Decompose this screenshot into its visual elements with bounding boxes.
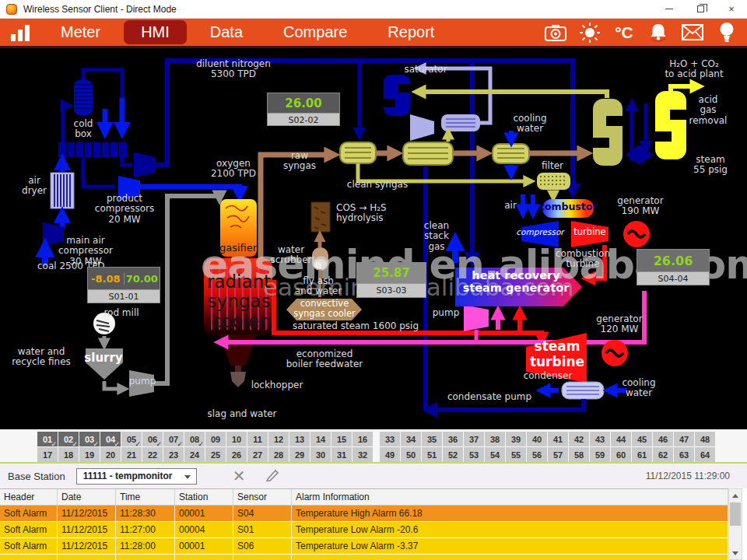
station-cell-40[interactable]: 40 — [527, 432, 547, 446]
alarm-row[interactable]: Soft Alarm11/12/201511:28:0000001S06Temp… — [0, 538, 728, 555]
station-cell-35[interactable]: 35 — [422, 432, 442, 446]
column-header-alarm-information[interactable]: Alarm Information — [292, 489, 728, 505]
edit-pencil-icon[interactable] — [265, 467, 281, 485]
station-cell-29[interactable]: 29 — [289, 447, 310, 462]
station-cell-54[interactable]: 54 — [485, 447, 505, 462]
station-cell-08[interactable]: 08✓ — [184, 432, 205, 446]
station-cell-57[interactable]: 57 — [548, 447, 568, 462]
station-cell-25[interactable]: 25 — [205, 447, 226, 462]
station-cell-44[interactable]: 44 — [611, 432, 631, 446]
station-cell-32[interactable]: 32 — [352, 447, 373, 462]
station-cell-41[interactable]: 41 — [548, 432, 568, 446]
column-header-sensor[interactable]: Sensor — [233, 489, 292, 505]
brightness-sun-icon[interactable] — [577, 22, 602, 44]
nav-item-hmi[interactable]: HMI — [124, 20, 187, 44]
snapshot-camera-icon[interactable] — [543, 22, 568, 44]
station-cell-31[interactable]: 31 — [331, 447, 352, 462]
station-cell-24[interactable]: 24 — [184, 447, 205, 462]
station-cell-61[interactable]: 61 — [632, 447, 652, 462]
station-cell-27[interactable]: 27 — [247, 447, 268, 462]
station-cell-62[interactable]: 62 — [653, 447, 673, 462]
station-cell-30[interactable]: 30 — [310, 447, 331, 462]
station-cell-28[interactable]: 28 — [268, 447, 289, 462]
station-cell-14[interactable]: 14 — [310, 432, 331, 446]
temperature-unit-icon[interactable]: °C — [612, 22, 637, 44]
mail-envelope-icon[interactable] — [680, 22, 705, 44]
station-cell-04[interactable]: 04✓ — [100, 432, 121, 446]
station-cell-58[interactable]: 58 — [569, 447, 589, 462]
station-cell-55[interactable]: 55 — [506, 447, 526, 462]
sensor-display-s01[interactable]: -8.08 70.00 S01-01 — [87, 267, 160, 303]
station-cell-02[interactable]: 02✓ — [58, 432, 79, 446]
station-cell-33[interactable]: 33 — [380, 432, 400, 446]
nav-item-data[interactable]: Data — [193, 20, 260, 44]
sensor-display-s04[interactable]: 26.06 S04-04 — [637, 249, 710, 285]
restore-button[interactable] — [685, 0, 716, 18]
station-cell-48[interactable]: 48 — [695, 432, 715, 446]
station-cell-64[interactable]: 64 — [695, 447, 715, 462]
nav-item-compare[interactable]: Compare — [266, 20, 364, 44]
station-cell-18[interactable]: 18 — [58, 447, 79, 462]
station-cell-52[interactable]: 52 — [443, 447, 463, 462]
nav-item-meter[interactable]: Meter — [44, 20, 117, 44]
station-cell-23[interactable]: 23 — [163, 447, 184, 462]
close-button[interactable]: × — [716, 0, 747, 18]
station-cell-03[interactable]: 03✓ — [79, 432, 100, 446]
station-cell-09[interactable]: 09 — [205, 432, 226, 446]
station-cell-50[interactable]: 50 — [401, 447, 421, 462]
alarm-row[interactable]: Soft Alarm11/12/201511:27:0000004S01Temp… — [0, 522, 728, 538]
column-header-time[interactable]: Time — [116, 489, 175, 505]
station-cell-20[interactable]: 20 — [100, 447, 121, 462]
alarm-row[interactable] — [0, 555, 728, 560]
station-cell-13[interactable]: 13 — [289, 432, 310, 446]
alarm-table-header: HeaderDateTimeStationSensorAlarm Informa… — [0, 489, 728, 506]
delete-icon[interactable]: ✕ — [233, 467, 246, 485]
station-cell-51[interactable]: 51 — [422, 447, 442, 462]
scrollbar-thumb[interactable] — [730, 502, 741, 526]
station-cell-39[interactable]: 39 — [506, 432, 526, 446]
station-cell-10[interactable]: 10 — [226, 432, 247, 446]
station-cell-16[interactable]: 16 — [352, 432, 373, 446]
sensor-display-s02[interactable]: 26.00 S02-02 — [267, 93, 340, 126]
station-cell-11[interactable]: 11 — [247, 432, 268, 446]
station-cell-36[interactable]: 36 — [443, 432, 463, 446]
station-cell-43[interactable]: 43 — [590, 432, 610, 446]
station-cell-22[interactable]: 22 — [142, 447, 163, 462]
station-cell-42[interactable]: 42 — [569, 432, 589, 446]
station-cell-45[interactable]: 45 — [632, 432, 652, 446]
station-cell-56[interactable]: 56 — [527, 447, 547, 462]
station-cell-26[interactable]: 26 — [226, 447, 247, 462]
station-cell-37[interactable]: 37 — [464, 432, 484, 446]
station-cell-38[interactable]: 38 — [485, 432, 505, 446]
station-cell-59[interactable]: 59 — [590, 447, 610, 462]
scroll-up-button[interactable] — [729, 489, 742, 502]
station-cell-15[interactable]: 15 — [331, 432, 352, 446]
alarm-row[interactable]: Soft Alarm11/12/201511:28:3000001S04Temp… — [0, 506, 728, 522]
station-cell-01[interactable]: 01✓ — [37, 432, 58, 446]
station-cell-21[interactable]: 21 — [121, 447, 142, 462]
station-cell-07[interactable]: 07✓ — [163, 432, 184, 446]
station-cell-06[interactable]: 06✓ — [142, 432, 163, 446]
station-cell-63[interactable]: 63 — [674, 447, 694, 462]
minimize-button[interactable] — [654, 0, 685, 18]
station-cell-17[interactable]: 17 — [37, 447, 58, 462]
alarm-bell-icon[interactable] — [646, 22, 671, 44]
sensor-display-s03[interactable]: 25.87 S03-03 — [356, 262, 426, 298]
station-cell-60[interactable]: 60 — [611, 447, 631, 462]
column-header-date[interactable]: Date — [58, 489, 116, 505]
station-cell-34[interactable]: 34 — [401, 432, 421, 446]
station-cell-05[interactable]: 05✓ — [121, 432, 142, 446]
station-cell-49[interactable]: 49 — [380, 447, 400, 462]
nav-item-report[interactable]: Report — [370, 20, 451, 44]
station-cell-19[interactable]: 19 — [79, 447, 100, 462]
station-cell-47[interactable]: 47 — [674, 432, 694, 446]
alarm-table-scrollbar[interactable] — [728, 488, 742, 560]
station-cell-53[interactable]: 53 — [464, 447, 484, 462]
station-cell-12[interactable]: 12 — [268, 432, 289, 446]
column-header-station[interactable]: Station — [175, 489, 233, 505]
scroll-down-button[interactable] — [729, 547, 742, 559]
column-header-header[interactable]: Header — [0, 489, 58, 505]
station-cell-46[interactable]: 46 — [653, 432, 673, 446]
tip-bulb-icon[interactable] — [714, 22, 739, 44]
base-station-dropdown[interactable]: 11111 - tempmonitor — [76, 468, 197, 485]
